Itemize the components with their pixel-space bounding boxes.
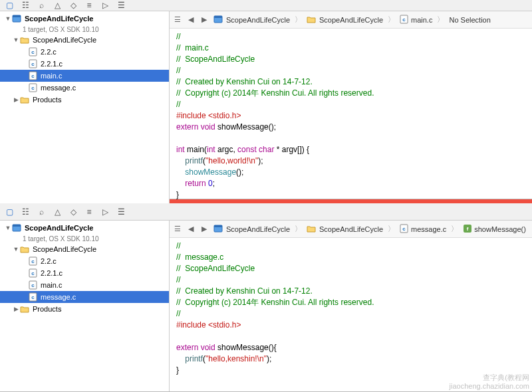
svg-text:c: c xyxy=(31,61,35,67)
search-icon[interactable]: ⌕ xyxy=(36,0,47,11)
breadcrumb-item[interactable]: ScopeAndLifeCycle xyxy=(305,223,384,236)
project-navigator: ▼ScopeAndLifeCycle1 target, OS X SDK 10.… xyxy=(0,221,170,391)
svg-text:c: c xyxy=(402,17,406,23)
svg-text:c: c xyxy=(31,282,35,288)
debug-icon[interactable]: ≡ xyxy=(84,0,94,11)
jump-bar: ☰◀▶ScopeAndLifeCycle〉ScopeAndLifeCycle〉c… xyxy=(170,11,532,29)
file-item[interactable]: c2.2.1.c xyxy=(0,58,169,70)
c-file-icon: c xyxy=(28,83,39,92)
source-editor[interactable]: //// main.c// ScopeAndLifeCycle//// Crea… xyxy=(170,29,532,203)
editor-pane: ▢☷⌕△◇≡▷☰▼ScopeAndLifeCycle1 target, OS X… xyxy=(0,203,532,392)
editor-pane: ▢☷⌕△◇≡▷☰▼ScopeAndLifeCycle1 target, OS X… xyxy=(0,0,532,199)
c-file-icon: c xyxy=(28,256,39,266)
breadcrumb-item[interactable]: ScopeAndLifeCycle xyxy=(305,13,384,27)
breakpoints-icon[interactable]: ▷ xyxy=(100,0,110,11)
svg-text:c: c xyxy=(31,258,35,264)
folder-icon xyxy=(20,304,31,314)
editor-column: ☰◀▶ScopeAndLifeCycle〉ScopeAndLifeCycle〉c… xyxy=(170,11,532,203)
tests-icon[interactable]: ◇ xyxy=(68,207,78,217)
file-item[interactable]: c2.2.1.c xyxy=(0,267,169,279)
related-items-icon[interactable]: ☰ xyxy=(172,15,183,25)
jump-bar: ☰◀▶ScopeAndLifeCycle〉ScopeAndLifeCycle〉c… xyxy=(170,221,532,238)
hierarchy-icon[interactable]: ☷ xyxy=(20,207,31,217)
func-icon: f xyxy=(463,224,472,235)
file-item[interactable]: cmessage.c xyxy=(0,291,169,303)
c-file-icon: c xyxy=(28,59,39,68)
svg-rect-1 xyxy=(13,15,21,17)
project-root[interactable]: ▼ScopeAndLifeCycle xyxy=(0,222,169,234)
breadcrumb-item[interactable]: fshowMessage() xyxy=(462,223,527,236)
c-file-icon: c xyxy=(28,71,39,80)
back-button[interactable]: ◀ xyxy=(186,225,196,234)
group-Products[interactable]: ▶Products xyxy=(0,303,169,315)
project-subtitle: 1 target, OS X SDK 10.10 xyxy=(0,234,169,243)
group-ScopeAndLifeCycle[interactable]: ▼ScopeAndLifeCycle xyxy=(0,34,169,46)
file-item[interactable]: cmessage.c xyxy=(0,82,169,94)
breadcrumb-item[interactable]: cmain.c xyxy=(398,13,434,27)
editor-column: ☰◀▶ScopeAndLifeCycle〉ScopeAndLifeCycle〉c… xyxy=(170,221,532,391)
related-items-icon[interactable]: ☰ xyxy=(172,225,183,234)
project-icon xyxy=(12,14,23,23)
search-icon[interactable]: ⌕ xyxy=(36,207,47,217)
breadcrumb-separator: 〉 xyxy=(294,224,303,234)
issues-icon[interactable]: △ xyxy=(52,207,63,217)
c-file-icon: c xyxy=(28,280,39,290)
file-item[interactable]: c2.2.c xyxy=(0,255,169,267)
folder-icon xyxy=(307,224,317,235)
group-Products[interactable]: ▶Products xyxy=(0,94,169,106)
breadcrumb-separator: 〉 xyxy=(436,15,445,25)
svg-rect-15 xyxy=(13,225,21,227)
breadcrumb-item[interactable]: No Selection xyxy=(448,15,491,25)
svg-text:f: f xyxy=(467,226,469,232)
breadcrumb-item[interactable]: cmessage.c xyxy=(398,223,448,236)
svg-text:c: c xyxy=(31,294,35,300)
folder-nav-icon[interactable]: ▢ xyxy=(4,0,15,11)
main-area: ▼ScopeAndLifeCycle1 target, OS X SDK 10.… xyxy=(0,221,532,391)
cfile-icon: c xyxy=(400,15,409,25)
file-item[interactable]: c2.2.c xyxy=(0,46,169,58)
source-editor[interactable]: //// message.c// ScopeAndLifeCycle//// C… xyxy=(170,238,532,391)
folder-icon xyxy=(20,245,31,254)
breadcrumb-separator: 〉 xyxy=(294,15,303,25)
svg-text:c: c xyxy=(31,85,35,91)
folder-nav-icon[interactable]: ▢ xyxy=(4,207,15,217)
main-area: ▼ScopeAndLifeCycle1 target, OS X SDK 10.… xyxy=(0,11,532,203)
forward-button[interactable]: ▶ xyxy=(199,15,209,25)
breadcrumb-item[interactable]: ScopeAndLifeCycle xyxy=(212,13,291,27)
project-subtitle: 1 target, OS X SDK 10.10 xyxy=(0,25,169,34)
breadcrumb-separator: 〉 xyxy=(387,15,396,25)
svg-rect-11 xyxy=(214,16,222,18)
proj-icon xyxy=(213,224,224,235)
svg-text:c: c xyxy=(402,226,406,232)
cfile-icon: c xyxy=(400,224,409,235)
back-button[interactable]: ◀ xyxy=(186,15,196,25)
group-ScopeAndLifeCycle[interactable]: ▼ScopeAndLifeCycle xyxy=(0,243,169,255)
project-root[interactable]: ▼ScopeAndLifeCycle xyxy=(0,13,169,25)
project-navigator: ▼ScopeAndLifeCycle1 target, OS X SDK 10.… xyxy=(0,11,170,203)
svg-text:c: c xyxy=(31,73,35,79)
c-file-icon: c xyxy=(28,268,39,278)
svg-rect-25 xyxy=(214,225,222,227)
c-file-icon: c xyxy=(28,47,39,56)
debug-icon[interactable]: ≡ xyxy=(84,207,94,217)
breadcrumb-separator: 〉 xyxy=(450,224,459,234)
svg-text:c: c xyxy=(31,49,35,55)
file-item[interactable]: cmain.c xyxy=(0,279,169,291)
proj-icon xyxy=(213,15,224,25)
project-icon xyxy=(12,223,23,233)
breakpoints-icon[interactable]: ▷ xyxy=(100,207,110,217)
tests-icon[interactable]: ◇ xyxy=(68,0,78,11)
navigator-toolbar: ▢☷⌕△◇≡▷☰ xyxy=(0,0,532,11)
reports-icon[interactable]: ☰ xyxy=(116,207,126,217)
hierarchy-icon[interactable]: ☷ xyxy=(20,0,31,11)
file-item[interactable]: cmain.c xyxy=(0,70,169,82)
breadcrumb-item[interactable]: ScopeAndLifeCycle xyxy=(212,223,291,236)
issues-icon[interactable]: △ xyxy=(52,0,63,11)
folder-icon xyxy=(20,35,31,45)
forward-button[interactable]: ▶ xyxy=(199,225,209,234)
folder-icon xyxy=(307,15,317,25)
reports-icon[interactable]: ☰ xyxy=(116,0,126,11)
c-file-icon: c xyxy=(28,292,39,302)
svg-text:c: c xyxy=(31,270,35,276)
navigator-toolbar: ▢☷⌕△◇≡▷☰ xyxy=(0,203,532,221)
